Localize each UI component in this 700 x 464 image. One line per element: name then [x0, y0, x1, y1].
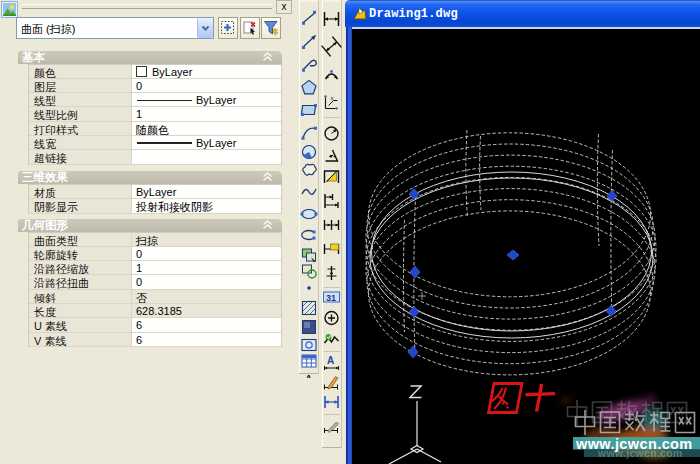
svg-text:31: 31	[326, 293, 336, 303]
svg-text:x: x	[331, 95, 334, 101]
svg-text:A: A	[327, 355, 334, 366]
svg-text:A: A	[304, 372, 314, 378]
svg-text:www.jcwcn.com: www.jcwcn.com	[597, 447, 683, 459]
